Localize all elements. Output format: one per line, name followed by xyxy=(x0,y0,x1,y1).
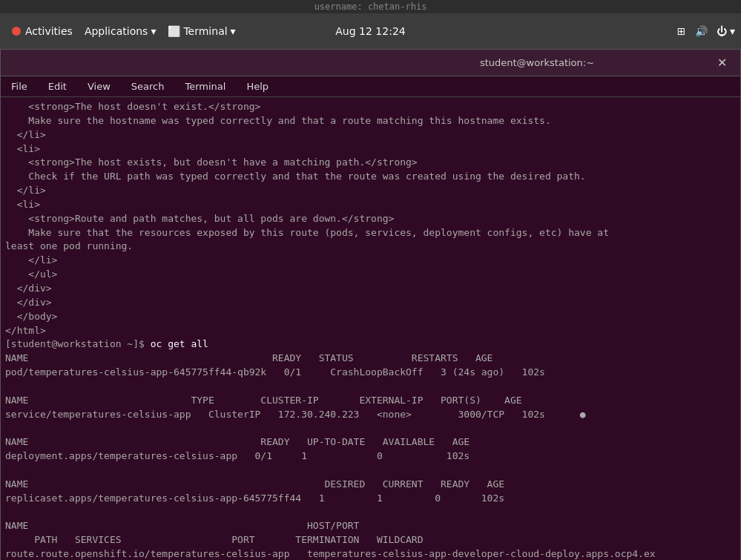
terminal-window: student@workstation:~ ✕ File Edit View S… xyxy=(0,49,741,560)
term-line: </li> xyxy=(5,128,736,142)
term-line: </html> xyxy=(5,324,736,338)
menu-file[interactable]: File xyxy=(7,79,32,93)
term-line: <strong>The host exists, but doesn't hav… xyxy=(5,156,736,170)
spacer xyxy=(5,380,736,394)
datetime-text: Aug 12 12:24 xyxy=(335,25,405,37)
menu-view[interactable]: View xyxy=(83,79,115,93)
spacer xyxy=(5,505,736,519)
spacer xyxy=(5,464,736,478)
activities-button[interactable]: Activities xyxy=(6,22,79,40)
term-line: least one pod running. xyxy=(5,240,736,254)
command-prompt-line: [student@workstation ~]$ oc get all xyxy=(5,337,736,352)
terminal-close-button[interactable]: ✕ xyxy=(713,54,731,71)
term-line: </div> xyxy=(5,282,736,296)
term-line: <li> xyxy=(5,198,736,212)
term-line: <strong>The host doesn't exist.</strong> xyxy=(5,100,736,114)
table1-row: pod/temperatures-celsius-app-645775ff44-… xyxy=(5,366,736,380)
terminal-content[interactable]: <strong>The host doesn't exist.</strong>… xyxy=(1,97,740,560)
system-bar: Activities Applications ▾ ⬜ Terminal ▾ A… xyxy=(0,13,741,49)
terminal-titlebar: student@workstation:~ ✕ xyxy=(1,50,740,76)
menu-help[interactable]: Help xyxy=(242,79,273,93)
terminal-chevron-icon: ▾ xyxy=(231,25,236,37)
table2-header: NAME TYPE CLUSTER-IP EXTERNAL-IP PORT(S)… xyxy=(5,394,736,408)
term-line: </li> xyxy=(5,184,736,198)
chevron-down-icon: ▾ xyxy=(151,25,156,37)
terminal-menu-button[interactable]: ⬜ Terminal ▾ xyxy=(162,22,241,40)
term-line: </ul> xyxy=(5,268,736,282)
applications-label: Applications xyxy=(85,25,148,37)
table3-row: deployment.apps/temperatures-celsius-app… xyxy=(5,449,736,464)
table4-header: NAME DESIRED CURRENT READY AGE xyxy=(5,478,736,492)
menu-edit[interactable]: Edit xyxy=(44,79,71,93)
term-line: <li> xyxy=(5,142,736,157)
activities-label: Activities xyxy=(25,25,73,37)
term-line: Make sure that the resources exposed by … xyxy=(5,226,736,240)
term-line: Check if the URL path was typed correctl… xyxy=(5,170,736,184)
terminal-label: Terminal xyxy=(183,25,227,37)
volume-icon[interactable]: 🔊 xyxy=(695,25,708,37)
table2-row: service/temperatures-celsius-app Cluster… xyxy=(5,408,736,422)
table5-header: NAME HOST/PORT xyxy=(5,519,736,533)
table4-row: replicaset.apps/temperatures-celsius-app… xyxy=(5,492,736,506)
term-line: Make sure the hostname was typed correct… xyxy=(5,114,736,128)
username-hint: username: chetan-rhis xyxy=(0,0,741,13)
table3-header: NAME READY UP-TO-DATE AVAILABLE AGE xyxy=(5,435,736,449)
terminal-menubar: File Edit View Search Terminal Help xyxy=(1,76,740,97)
terminal-title: student@workstation:~ xyxy=(361,57,713,68)
term-line: <strong>Route and path matches, but all … xyxy=(5,212,736,226)
term-line: </body> xyxy=(5,310,736,324)
network-icon[interactable]: ⊞ xyxy=(677,25,686,37)
term-line: </li> xyxy=(5,254,736,268)
username-text: username: chetan-rhis xyxy=(314,1,427,12)
terminal-icon: ⬜ xyxy=(168,25,180,37)
menu-terminal[interactable]: Terminal xyxy=(180,79,230,93)
applications-button[interactable]: Applications ▾ xyxy=(79,22,162,40)
table1-header: NAME READY STATUS RESTARTS AGE xyxy=(5,352,736,366)
menu-search[interactable]: Search xyxy=(127,79,169,93)
spacer xyxy=(5,421,736,435)
table5-header2: PATH SERVICES PORT TERMINATION WILDCARD xyxy=(5,533,736,547)
datetime-display: Aug 12 12:24 xyxy=(335,25,405,37)
table5-row1: route.route.openshift.io/temperatures-ce… xyxy=(5,547,736,560)
power-icon[interactable]: ⏻ ▾ xyxy=(717,25,735,37)
term-line: </div> xyxy=(5,296,736,310)
system-bar-right: ⊞ 🔊 ⏻ ▾ xyxy=(677,25,735,37)
